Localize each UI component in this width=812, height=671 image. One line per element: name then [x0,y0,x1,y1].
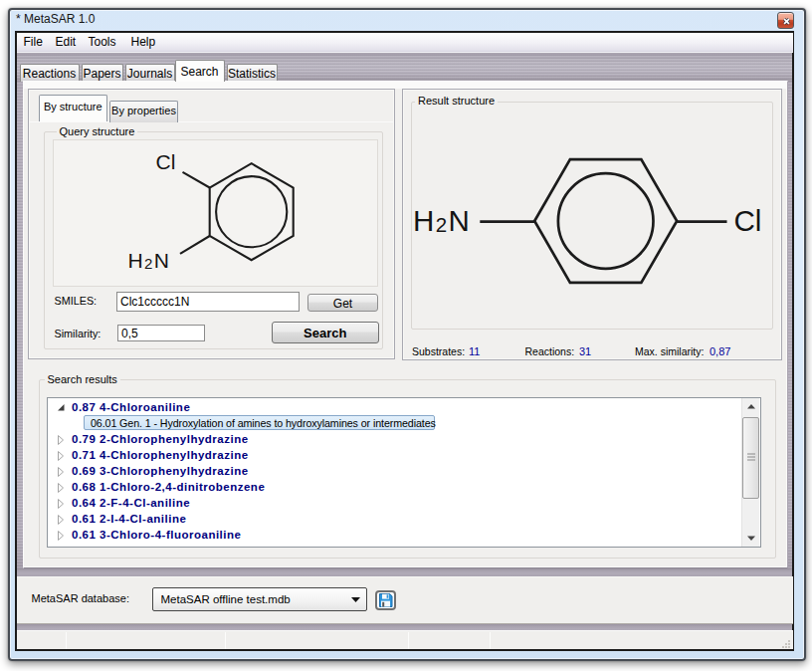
svg-text:Cl: Cl [733,204,761,237]
svg-text:H2N: H2N [413,204,471,237]
svg-text:Cl: Cl [156,150,176,173]
svg-text:H2N: H2N [128,249,171,272]
